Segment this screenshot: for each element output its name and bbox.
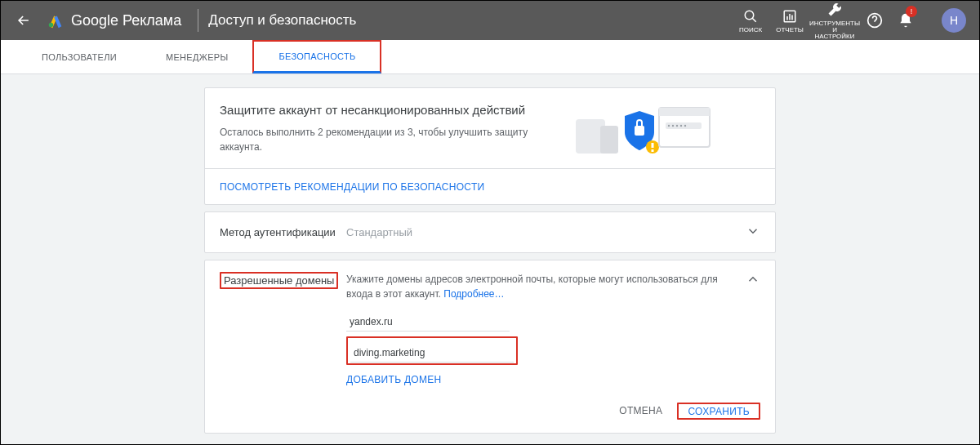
svg-point-17: [672, 125, 674, 127]
tab-bar: ПОЛЬЗОВАТЕЛИ МЕНЕДЖЕРЫ БЕЗОПАСНОСТЬ: [1, 40, 979, 74]
svg-point-18: [676, 125, 678, 127]
svg-rect-8: [600, 126, 618, 154]
page-title: Доступ и безопасность: [208, 12, 356, 29]
allowed-domains-description: Укажите домены адресов электронной почты…: [346, 272, 746, 301]
tab-managers[interactable]: МЕНЕДЖЕРЫ: [141, 40, 253, 73]
add-domain-button[interactable]: ДОБАВИТЬ ДОМЕН: [346, 374, 442, 385]
wrench-icon: [827, 2, 842, 17]
domain-input-0[interactable]: yandex.ru: [346, 308, 510, 332]
svg-rect-3: [786, 16, 788, 20]
reports-label: ОТЧЕТЫ: [776, 27, 804, 33]
tab-users[interactable]: ПОЛЬЗОВАТЕЛИ: [17, 40, 141, 73]
avatar[interactable]: Н: [942, 8, 966, 33]
svg-point-0: [49, 23, 54, 28]
notification-badge: !: [906, 6, 917, 17]
svg-rect-15: [666, 122, 702, 129]
reports-icon: [782, 9, 797, 24]
chevron-down-icon: [746, 224, 760, 241]
notifications-button[interactable]: !: [889, 1, 922, 40]
svg-point-19: [680, 125, 682, 127]
svg-rect-12: [652, 149, 654, 152]
auth-method-row[interactable]: Метод аутентификации Стандартный: [204, 211, 776, 253]
svg-rect-9: [635, 126, 644, 136]
help-icon: [866, 12, 883, 29]
auth-method-label: Метод аутентификации: [220, 226, 346, 238]
auth-method-value: Стандартный: [346, 226, 746, 238]
help-button[interactable]: [860, 1, 889, 40]
search-icon: [743, 9, 758, 24]
cancel-button[interactable]: ОТМЕНА: [612, 400, 669, 421]
svg-rect-14: [659, 108, 710, 116]
svg-point-20: [684, 125, 686, 127]
security-card-title: Защитите аккаунт от несанкционированных …: [220, 103, 530, 117]
view-recommendations-button[interactable]: ПОСМОТРЕТЬ РЕКОМЕНДАЦИИ ПО БЕЗОПАСНОСТИ: [220, 181, 484, 193]
arrow-left-icon: [16, 12, 32, 29]
main-content: Защитите аккаунт от несанкционированных …: [1, 74, 979, 445]
security-card-subtitle: Осталось выполнить 2 рекомендации из 3, …: [220, 125, 530, 154]
svg-rect-4: [789, 14, 791, 20]
product-name: Google Реклама: [71, 12, 181, 29]
allowed-domains-label: Разрешенные домены: [220, 272, 338, 289]
settings-tool[interactable]: ИНСТРУМЕНТЫ И НАСТРОЙКИ: [809, 1, 860, 40]
settings-label: ИНСТРУМЕНТЫ И НАСТРОЙКИ: [809, 20, 860, 40]
product-logo: Google Реклама: [40, 11, 188, 29]
tab-security[interactable]: БЕЗОПАСНОСТЬ: [252, 40, 381, 73]
svg-rect-5: [791, 16, 793, 20]
header-tools: ПОИСК ОТЧЕТЫ ИНСТРУМЕНТЫ И НАСТРОЙКИ ! Н: [731, 1, 973, 40]
security-illustration: [530, 103, 760, 160]
save-button[interactable]: СОХРАНИТЬ: [681, 401, 756, 422]
chevron-up-icon[interactable]: [746, 272, 760, 289]
allowed-domains-card: Разрешенные домены Укажите домены адресо…: [204, 260, 776, 434]
app-header: Google Реклама Доступ и безопасность ПОИ…: [1, 1, 979, 40]
back-button[interactable]: [7, 12, 40, 29]
security-recommendations-card: Защитите аккаунт от несанкционированных …: [204, 87, 776, 205]
domain-input-1[interactable]: diving.marketing: [350, 339, 514, 363]
search-tool[interactable]: ПОИСК: [731, 1, 770, 40]
search-label: ПОИСК: [739, 27, 762, 33]
google-ads-icon: [47, 11, 65, 29]
learn-more-link[interactable]: Подробнее…: [443, 288, 504, 300]
svg-rect-11: [652, 143, 654, 148]
svg-point-16: [668, 125, 670, 127]
reports-tool[interactable]: ОТЧЕТЫ: [770, 1, 809, 40]
svg-point-1: [745, 11, 754, 20]
divider: [198, 9, 198, 32]
